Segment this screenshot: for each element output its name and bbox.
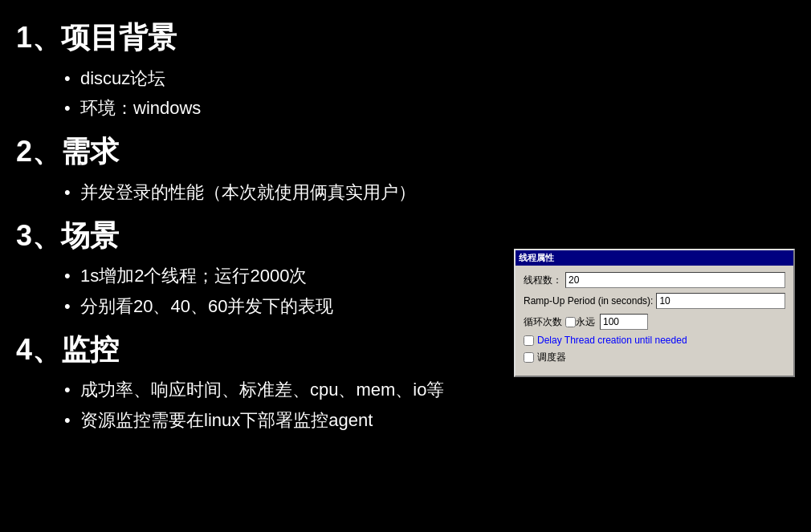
section-2: 2、需求 并发登录的性能（本次就使用俩真实用户） (16, 128, 795, 206)
section-1: 1、项目背景 discuz论坛 环境：windows (16, 14, 795, 122)
loop-count-input[interactable] (600, 314, 648, 330)
list-item: discuz论坛 (64, 64, 795, 92)
thread-count-row: 线程数： (524, 272, 785, 288)
forever-label: 永远 (576, 315, 595, 329)
scheduler-row: 调度器 (524, 351, 785, 364)
scheduler-checkbox[interactable] (524, 352, 534, 363)
list-item: 环境：windows (64, 94, 795, 122)
delay-thread-checkbox[interactable] (524, 335, 534, 346)
list-item: 并发登录的性能（本次就使用俩真实用户） (64, 178, 795, 206)
scheduler-label: 调度器 (537, 351, 566, 364)
section-4-bullets: 成功率、响应时间、标准差、cpu、mem、io等 资源监控需要在linux下部署… (16, 376, 795, 433)
rampup-input[interactable] (656, 293, 785, 309)
section-2-title: 2、需求 (16, 128, 795, 175)
delay-thread-label: Delay Thread creation until needed (537, 335, 687, 346)
thread-count-label: 线程数： (524, 274, 562, 287)
panel-titlebar: 线程属性 (516, 250, 793, 266)
loop-row: 循环次数 永远 (524, 314, 785, 330)
loop-label: 循环次数 (524, 315, 562, 329)
panel-body: 线程数： Ramp-Up Period (in seconds): 循环次数 永… (516, 266, 793, 376)
main-content: 1、项目背景 discuz论坛 环境：windows 2、需求 并发登录的性能（… (0, 0, 811, 447)
thread-count-input[interactable] (565, 272, 785, 288)
list-item: 资源监控需要在linux下部署监控agent (64, 406, 795, 434)
section-1-bullets: discuz论坛 环境：windows (16, 64, 795, 122)
panel-title: 线程属性 (519, 253, 554, 262)
rampup-row: Ramp-Up Period (in seconds): (524, 293, 785, 309)
forever-checkbox[interactable] (565, 317, 576, 327)
list-item: 成功率、响应时间、标准差、cpu、mem、io等 (64, 376, 795, 404)
thread-properties-panel: 线程属性 线程数： Ramp-Up Period (in seconds): 循… (514, 249, 795, 377)
section-2-bullets: 并发登录的性能（本次就使用俩真实用户） (16, 178, 795, 206)
rampup-label: Ramp-Up Period (in seconds): (524, 295, 653, 307)
delay-thread-row: Delay Thread creation until needed (524, 335, 785, 346)
section-1-title: 1、项目背景 (16, 14, 795, 61)
